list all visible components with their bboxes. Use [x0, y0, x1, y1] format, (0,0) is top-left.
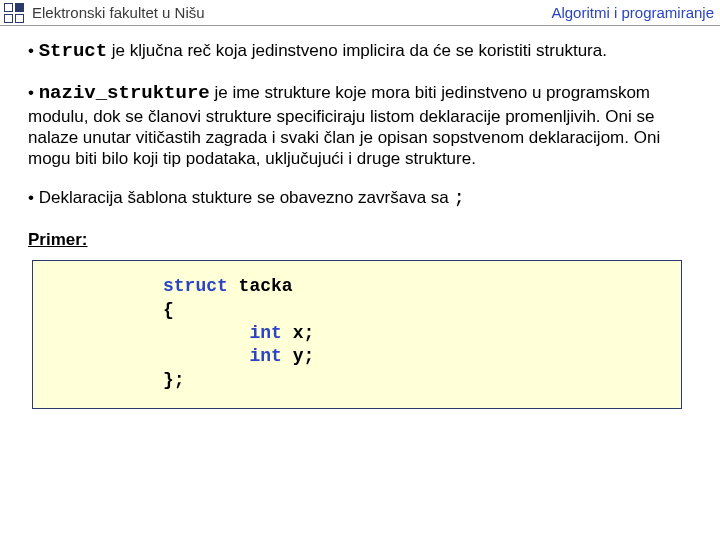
code-kw-int1: int	[249, 323, 281, 343]
semicolon-char: ;	[454, 187, 465, 209]
slide-header: Elektronski fakultet u Nišu Algoritmi i …	[0, 0, 720, 26]
slide-content: • Struct je ključna reč koja jedinstveno…	[0, 26, 720, 419]
bullet-struct: • Struct je ključna reč koja jedinstveno…	[28, 40, 692, 64]
code-l4-rest: y;	[282, 346, 314, 366]
code-l4-indent	[163, 346, 249, 366]
example-label: Primer:	[28, 229, 692, 250]
keyword-naziv: naziv_strukture	[39, 82, 210, 104]
logo-icon	[4, 3, 24, 23]
code-example: struct tacka { int x; int y; };	[32, 260, 682, 409]
code-l1-rest: tacka	[228, 276, 293, 296]
code-l2: {	[163, 300, 174, 320]
code-l3-rest: x;	[282, 323, 314, 343]
code-kw-struct: struct	[163, 276, 228, 296]
code-kw-int2: int	[249, 346, 281, 366]
code-l5: };	[163, 370, 185, 390]
header-left-text: Elektronski fakultet u Nišu	[32, 4, 205, 21]
bullet-naziv: • naziv_strukture je ime strukture koje …	[28, 82, 692, 170]
code-l3-indent	[163, 323, 249, 343]
header-right-text: Algoritmi i programiranje	[551, 4, 716, 21]
bullet-declaration-text: Deklaracija šablona stukture se obavezno…	[39, 188, 454, 207]
bullet-struct-text: je ključna reč koja jedinstveno implicir…	[107, 41, 607, 60]
bullet-declaration: • Deklaracija šablona stukture se obavez…	[28, 187, 692, 211]
keyword-struct: Struct	[39, 40, 107, 62]
